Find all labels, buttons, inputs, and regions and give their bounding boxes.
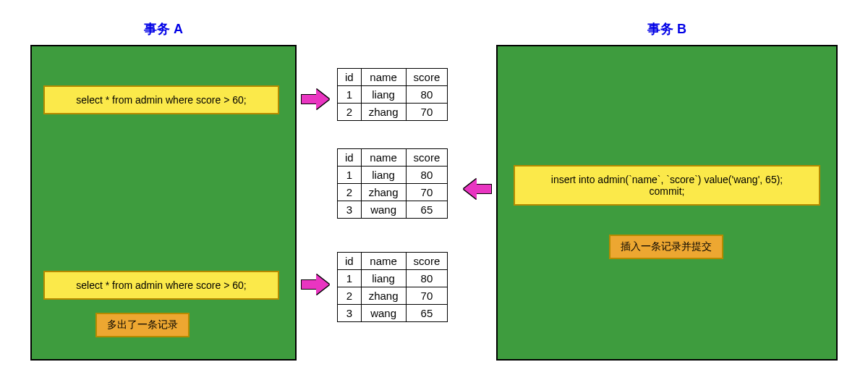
result-table-3: id name score 1liang80 2zhang70 3wang65 <box>337 252 448 322</box>
tx-a-query-2: select * from admin where score > 60; <box>43 271 279 300</box>
table-row: 2zhang70 <box>338 287 448 305</box>
result-table-2: id name score 1liang80 2zhang70 3wang65 <box>337 148 448 219</box>
table-row: 3wang65 <box>338 201 448 219</box>
col-id: id <box>338 69 362 86</box>
table-header-row: id name score <box>338 253 448 270</box>
tx-b-statement: insert into admin(`name`, `score`) value… <box>514 165 820 206</box>
table-row: 1liang80 <box>338 86 448 104</box>
table-row: 1liang80 <box>338 270 448 287</box>
transaction-a-title: 事务 A <box>30 20 297 38</box>
col-score: score <box>406 69 448 86</box>
tx-a-query-1: select * from admin where score > 60; <box>43 85 279 114</box>
table-row: 1liang80 <box>338 167 448 184</box>
col-score: score <box>406 149 448 167</box>
tx-a-note: 多出了一条记录 <box>95 313 190 337</box>
tx-b-note: 插入一条记录并提交 <box>609 235 723 259</box>
transaction-b-title: 事务 B <box>496 20 838 38</box>
col-name: name <box>361 69 406 86</box>
result-table-1: id name score 1liang80 2zhang70 <box>337 68 448 121</box>
col-name: name <box>361 149 406 167</box>
col-score: score <box>406 253 448 270</box>
table-header-row: id name score <box>338 69 448 86</box>
col-name: name <box>361 253 406 270</box>
table-row: 2zhang70 <box>338 184 448 201</box>
transaction-b-box: insert into admin(`name`, `score`) value… <box>496 45 838 361</box>
table-row: 2zhang70 <box>338 104 448 121</box>
arrow-left-icon <box>463 179 492 199</box>
col-id: id <box>338 149 362 167</box>
table-row: 3wang65 <box>338 305 448 322</box>
arrow-right-icon <box>301 274 330 295</box>
transaction-a-box: select * from admin where score > 60; se… <box>30 45 297 361</box>
arrow-right-icon <box>301 89 330 109</box>
col-id: id <box>338 253 362 270</box>
table-header-row: id name score <box>338 149 448 167</box>
